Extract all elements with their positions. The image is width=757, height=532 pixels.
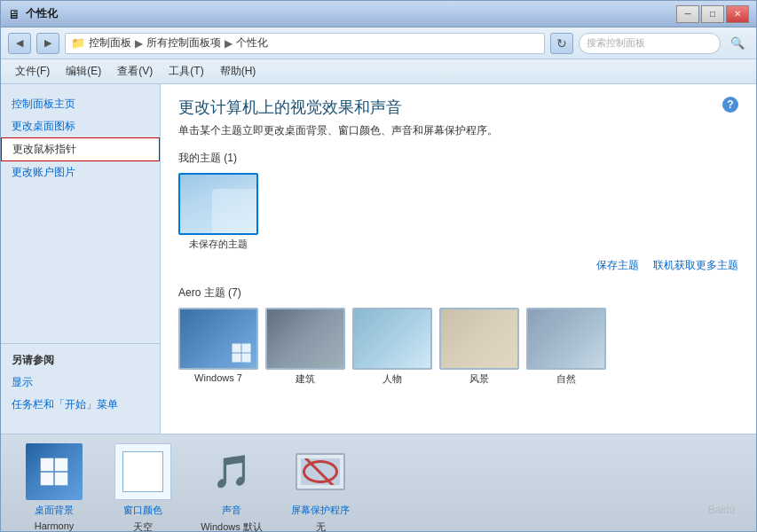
- title-bar: 🖥 个性化 ─ □ ✕: [1, 1, 756, 27]
- theme-thumbnail-landscape: [439, 308, 519, 370]
- theme-item-architecture[interactable]: 建筑: [265, 308, 345, 386]
- path-part-1: 控制面板: [89, 35, 131, 51]
- bottom-item-screensaver[interactable]: 屏幕保护程序 无: [285, 443, 356, 532]
- window-title: 个性化: [26, 6, 58, 21]
- svg-rect-5: [242, 344, 251, 353]
- desktop-bg-sublabel: Harmony: [35, 520, 75, 531]
- theme-thumbnail-windows7: [178, 308, 258, 370]
- my-themes-title: 我的主题 (1): [178, 151, 738, 166]
- theme-label-architecture: 建筑: [296, 372, 315, 386]
- desktop-bg-icon-wrap: [26, 443, 83, 500]
- restore-button[interactable]: □: [701, 5, 724, 23]
- my-themes-grid: 未保存的主题: [178, 173, 738, 251]
- folder-icon: 📁: [71, 36, 85, 50]
- svg-rect-6: [233, 354, 241, 363]
- search-placeholder: 搜索控制面板: [587, 36, 645, 50]
- search-box: 搜索控制面板: [579, 33, 721, 54]
- sidebar-also-section: 另请参阅 显示 任务栏和「开始」菜单: [1, 343, 160, 425]
- screensaver-link[interactable]: 屏幕保护程序: [291, 504, 350, 517]
- sidebar-link-mouse-pointer[interactable]: 更改鼠标指针: [1, 137, 160, 161]
- sidebar-link-account-pic[interactable]: 更改账户图片: [1, 161, 160, 184]
- theme-actions: 保存主题 联机获取更多主题: [178, 258, 738, 273]
- page-title: 更改计算机上的视觉效果和声音: [178, 97, 738, 118]
- menu-view[interactable]: 查看(V): [110, 61, 160, 82]
- theme-item-people[interactable]: 人物: [352, 308, 432, 386]
- online-themes-link[interactable]: 联机获取更多主题: [653, 258, 738, 273]
- back-button[interactable]: ◀: [8, 33, 31, 54]
- sidebar-link-taskbar[interactable]: 任务栏和「开始」菜单: [12, 394, 149, 416]
- theme-item-unsaved[interactable]: 未保存的主题: [178, 173, 258, 251]
- window-icon: 🖥: [8, 7, 20, 21]
- bottom-item-sound[interactable]: 🎵 声音 Windows 默认: [196, 443, 267, 532]
- path-part-2: 所有控制面板项: [146, 35, 221, 51]
- aero-themes-title: Aero 主题 (7): [178, 286, 738, 301]
- bottom-item-window-color[interactable]: 窗口颜色 天空: [107, 443, 178, 532]
- theme-item-landscape[interactable]: 风景: [439, 308, 519, 386]
- svg-rect-11: [55, 473, 68, 486]
- svg-rect-7: [242, 354, 251, 363]
- theme-thumbnail-unsaved: [178, 173, 258, 235]
- screensaver-icon-wrap: [292, 443, 349, 500]
- menu-edit[interactable]: 编辑(E): [59, 61, 108, 82]
- window-color-sublabel: 天空: [133, 520, 153, 532]
- svg-rect-4: [233, 344, 241, 353]
- refresh-button[interactable]: ↻: [550, 33, 573, 54]
- path-sep-1: ▶: [135, 37, 143, 50]
- theme-label-nature: 自然: [556, 372, 576, 386]
- baidu-watermark: Baidu: [686, 488, 757, 532]
- sound-link[interactable]: 声音: [222, 504, 241, 517]
- theme-item-windows7[interactable]: Windows 7: [178, 308, 258, 386]
- theme-label-unsaved: 未保存的主题: [189, 238, 248, 251]
- search-button[interactable]: 🔍: [726, 33, 749, 54]
- sound-icon-wrap: 🎵: [203, 443, 260, 500]
- main-area: 控制面板主页 更改桌面图标 更改鼠标指针 更改账户图片 另请参阅 显示 任务栏和…: [1, 84, 756, 434]
- sidebar-also-title: 另请参阅: [12, 353, 149, 368]
- bottom-item-desktop-bg[interactable]: 桌面背景 Harmony: [19, 443, 90, 531]
- address-path[interactable]: 📁 控制面板 ▶ 所有控制面板项 ▶ 个性化: [65, 33, 545, 54]
- menu-tools[interactable]: 工具(T): [162, 61, 210, 82]
- svg-rect-10: [41, 473, 54, 486]
- aero-themes-grid: Windows 7 建筑 人物: [178, 308, 738, 386]
- desktop-windows-logo-icon: [40, 458, 68, 486]
- window-color-icon-wrap: [114, 443, 171, 500]
- desktop-bg-icon: [26, 443, 83, 500]
- bottom-bar: 桌面背景 Harmony 窗口颜色 天空 🎵 声音 Windows 默认: [1, 434, 756, 531]
- minimize-button[interactable]: ─: [676, 5, 699, 23]
- svg-rect-8: [41, 458, 54, 472]
- svg-rect-9: [55, 458, 68, 472]
- forward-button[interactable]: ▶: [36, 33, 59, 54]
- address-bar: ◀ ▶ 📁 控制面板 ▶ 所有控制面板项 ▶ 个性化 ↻ 搜索控制面板 🔍: [1, 27, 756, 59]
- path-sep-2: ▶: [225, 37, 233, 50]
- desktop-bg-link[interactable]: 桌面背景: [35, 504, 74, 517]
- path-part-3: 个性化: [236, 35, 268, 51]
- sound-icon: 🎵: [203, 443, 260, 500]
- menu-bar: 文件(F) 编辑(E) 查看(V) 工具(T) 帮助(H): [1, 59, 756, 84]
- menu-help[interactable]: 帮助(H): [213, 61, 264, 82]
- theme-item-nature[interactable]: 自然: [526, 308, 606, 386]
- theme-label-people: 人物: [382, 372, 402, 386]
- win-logo-aero1: [232, 343, 251, 363]
- sidebar-link-display[interactable]: 显示: [12, 372, 149, 394]
- close-button[interactable]: ✕: [726, 5, 749, 23]
- screensaver-icon: [292, 443, 349, 500]
- theme-label-landscape: 风景: [469, 372, 489, 386]
- theme-thumbnail-architecture: [265, 308, 345, 370]
- window-color-link[interactable]: 窗口颜色: [123, 504, 162, 517]
- window-color-inner: [122, 451, 163, 492]
- sidebar-link-home[interactable]: 控制面板主页: [1, 93, 160, 115]
- window-color-icon: [114, 443, 171, 500]
- menu-file[interactable]: 文件(F): [8, 61, 57, 82]
- window-controls: ─ □ ✕: [676, 5, 749, 23]
- save-theme-link[interactable]: 保存主题: [596, 258, 639, 273]
- main-window: 🖥 个性化 ─ □ ✕ ◀ ▶ 📁 控制面板 ▶ 所有控制面板项 ▶ 个性化 ↻…: [0, 0, 757, 532]
- sound-sublabel: Windows 默认: [201, 520, 263, 532]
- theme-thumbnail-nature: [526, 308, 606, 370]
- sidebar-link-desktop-icon[interactable]: 更改桌面图标: [1, 115, 160, 137]
- help-icon[interactable]: ?: [722, 97, 738, 113]
- screensaver-sublabel: 无: [316, 520, 326, 532]
- sidebar: 控制面板主页 更改桌面图标 更改鼠标指针 更改账户图片 另请参阅 显示 任务栏和…: [1, 84, 161, 434]
- theme-thumbnail-people: [352, 308, 432, 370]
- content-area: ? 更改计算机上的视觉效果和声音 单击某个主题立即更改桌面背景、窗口颜色、声音和…: [161, 84, 756, 434]
- theme-label-windows7: Windows 7: [194, 372, 242, 383]
- page-description: 单击某个主题立即更改桌面背景、窗口颜色、声音和屏幕保护程序。: [178, 123, 738, 138]
